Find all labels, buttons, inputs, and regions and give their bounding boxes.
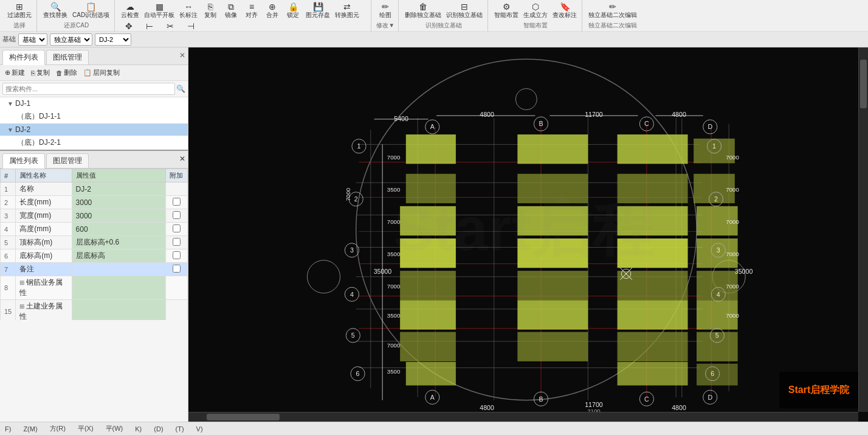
tab-layer-manage[interactable]: 图层管理 [46, 153, 89, 168]
toolbar-group-general: ☁ 云检查 ▦ 自动平开板 ↔ 长标注 ⎘ 复制 ⧉ 镜像 ≡ 对齐 [116, 0, 371, 32]
smart-layout-button[interactable]: ⚙ 智能布置 [492, 2, 520, 20]
delete-item-button[interactable]: 🗑 删除 [53, 67, 80, 78]
copy-item-button[interactable]: ⎘ 复制 [29, 67, 52, 78]
recognize-independent-button[interactable]: ⊟ 识别独立基础 [444, 2, 484, 20]
align-button[interactable]: ≡ 对齐 [242, 2, 261, 20]
svg-text:D: D [708, 394, 712, 401]
svg-rect-53 [400, 332, 456, 361]
vertical-scrollbar[interactable] [858, 47, 868, 412]
convert-elements-button[interactable]: ⇄ 转换图元 [333, 2, 361, 20]
filter-elements-button[interactable]: ⊞ 过滤图元 [5, 2, 33, 20]
horizontal-scrollbar[interactable] [188, 412, 858, 422]
save-icon: 💾 [313, 2, 323, 11]
remark-input[interactable] [76, 265, 162, 274]
save-elements-button[interactable]: 💾 图元存盘 [304, 2, 332, 20]
draw-icon: ✏ [382, 2, 389, 11]
svg-rect-34 [517, 174, 588, 203]
element-select[interactable]: DJ-1DJ-2DJ-3 [95, 33, 131, 46]
mark-button[interactable]: 🔖 查改标注 [551, 2, 579, 20]
toolbar-group-draw: ✏ 绘图 修改▼ [373, 0, 399, 32]
extend-icon: ⊢ [146, 22, 153, 30]
svg-text:4800: 4800 [480, 111, 494, 118]
svg-text:11700: 11700 [585, 111, 603, 118]
left-panel: 构件列表 图纸管理 ✕ ⊕ 新建 ⎘ 复制 🗑 删除 📋 层间复制 [0, 47, 188, 422]
tree-item-dj2[interactable]: ▼ DJ-2 [0, 124, 188, 136]
tab-component-list[interactable]: 构件列表 [2, 50, 45, 65]
svg-rect-55 [618, 332, 688, 361]
prop-checkbox[interactable] [173, 211, 181, 219]
svg-text:5: 5 [715, 332, 719, 339]
toolbar-row1: ⊞ 过滤图元 选择 🔍 查找替换 📋 CAD识别选项 还原CAD ☁ 云检查 [0, 0, 868, 32]
expand-icon: ⊞ [19, 279, 24, 286]
cloud-check-button[interactable]: ☁ 云检查 [119, 2, 141, 20]
convert-icon: ⇄ [343, 2, 351, 11]
dimension-button[interactable]: ↔ 长标注 [177, 2, 199, 20]
tree-item-dj2-1[interactable]: （底）DJ-2-1 [0, 136, 188, 150]
delete-independent-button[interactable]: 🗑 删除独立基础 [403, 2, 443, 20]
prop-row: 6 底标高(m) 层底标高 [1, 249, 188, 263]
tab-props-list[interactable]: 属性列表 [2, 153, 45, 169]
svg-text:4800: 4800 [672, 111, 686, 118]
svg-text:1: 1 [357, 142, 361, 150]
component-list-section: 构件列表 图纸管理 ✕ ⊕ 新建 ⎘ 复制 🗑 删除 📋 层间复制 [0, 47, 188, 150]
prop-row: 8 ⊞钢筋业务属性 [1, 276, 188, 300]
search-input[interactable] [2, 83, 175, 95]
expand-icon: ⊞ [19, 303, 24, 310]
svg-text:2100: 2100 [587, 408, 600, 412]
edit2-icon: ✏ [609, 2, 616, 11]
col-name: 属性名称 [16, 169, 72, 183]
svg-text:3500: 3500 [387, 368, 400, 375]
svg-text:7000: 7000 [387, 154, 400, 161]
svg-text:4800: 4800 [672, 404, 686, 411]
gen-cube-button[interactable]: ⬡ 生成立方 [522, 2, 549, 20]
align-icon: ≡ [249, 2, 254, 11]
svg-text:6: 6 [711, 370, 714, 377]
new-button[interactable]: ⊕ 新建 [2, 67, 27, 78]
floor-copy-button[interactable]: 📋 层间复制 [81, 67, 122, 78]
tree-item-dj1[interactable]: ▼ DJ-1 [0, 97, 188, 110]
svg-text:4800: 4800 [480, 404, 494, 411]
auto-level-button[interactable]: ▦ 自动平开板 [142, 2, 176, 20]
type-select[interactable]: 独立基础承台筏板 [50, 33, 92, 46]
svg-rect-29 [406, 134, 456, 164]
draw-button[interactable]: ✏ 绘图 [376, 2, 395, 20]
prop-checkbox[interactable] [173, 238, 181, 246]
tree-item-dj1-1[interactable]: （底）DJ-1-1 [0, 110, 188, 124]
svg-rect-39 [618, 206, 688, 235]
svg-text:6: 6 [356, 370, 360, 377]
cad-canvas[interactable]: 1 2 3 4 5 6 1 2 3 4 5 6 A [188, 47, 868, 422]
copy-button[interactable]: ⎘ 复制 [201, 2, 220, 20]
lock-button[interactable]: 🔒 锁定 [283, 2, 303, 20]
props-panel-close[interactable]: ✕ [179, 155, 185, 163]
expand-icon: ▼ [7, 127, 13, 133]
status-z: Z(M) [23, 425, 37, 433]
cad-drawing: 1 2 3 4 5 6 1 2 3 4 5 6 A [188, 47, 858, 412]
mirror-button[interactable]: ⧉ 镜像 [221, 2, 241, 20]
svg-text:5: 5 [351, 332, 355, 339]
copy-icon: ⎘ [208, 2, 213, 11]
prop-checkbox[interactable] [173, 198, 181, 206]
svg-rect-38 [517, 206, 588, 235]
merge-button[interactable]: ⊕ 合并 [263, 2, 282, 20]
toolbar-group-smart: ⚙ 智能布置 ⬡ 生成立方 🔖 查改标注 智能布置 [489, 0, 582, 32]
h-scroll-thumb[interactable] [207, 414, 280, 420]
prop-checkbox[interactable] [173, 265, 181, 273]
toolbar-group-find: 🔍 查找替换 📋 CAD识别选项 还原CAD [38, 0, 115, 32]
prop-checkbox[interactable] [173, 224, 181, 232]
tab-drawing-manage[interactable]: 图纸管理 [46, 50, 89, 64]
prop-row: 2 长度(mm) 3000 [1, 196, 188, 209]
floor-icon: 📋 [83, 69, 92, 77]
component-panel-close[interactable]: ✕ [179, 51, 185, 60]
group-buttons: ✏ 绘图 [376, 2, 395, 20]
cad-recognize-options-button[interactable]: 📋 CAD识别选项 [71, 2, 111, 20]
prop-checkbox[interactable] [173, 251, 181, 259]
find-replace-button[interactable]: 🔍 查找替换 [41, 2, 69, 20]
category-select[interactable]: 基础梁柱墙 [18, 33, 47, 46]
svg-text:7000: 7000 [726, 251, 739, 257]
v-scroll-thumb[interactable] [860, 60, 867, 108]
search-bar: 🔍 [0, 81, 188, 97]
svg-text:7000: 7000 [726, 186, 739, 193]
search-button[interactable]: 🔍 [176, 85, 185, 93]
svg-text:B: B [539, 395, 543, 403]
second-edit-button[interactable]: ✏ 独立基础二次编辑 [587, 2, 639, 20]
